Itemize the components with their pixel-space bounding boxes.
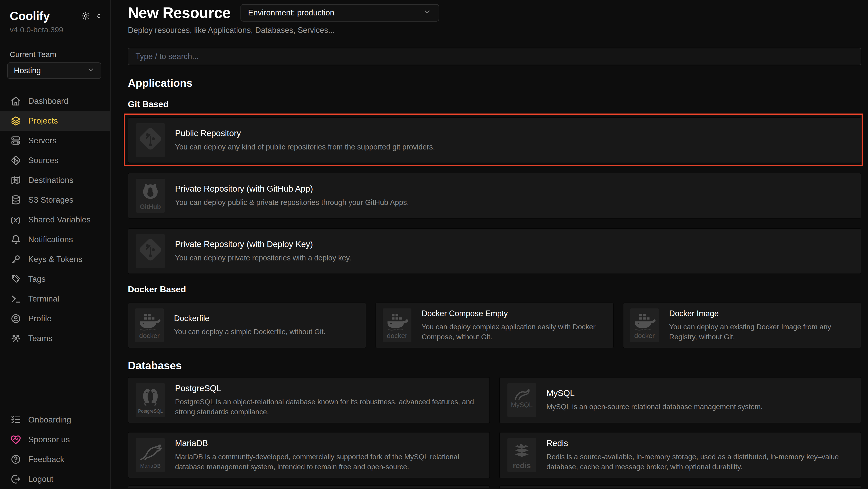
mariadb-logo: MariaDB: [136, 438, 165, 472]
sidebar-item-destinations[interactable]: Destinations: [0, 170, 110, 190]
sidebar-item-onboarding[interactable]: Onboarding: [0, 410, 110, 430]
main-content: New Resource Environment: production Dep…: [111, 0, 868, 489]
svg-text:GitHub: GitHub: [140, 203, 161, 210]
github-logo: GitHub: [136, 179, 165, 213]
card-mysql[interactable]: MySQL MySQL MySQL is an open-source rela…: [499, 377, 861, 423]
page-title: New Resource: [128, 4, 231, 22]
docker-logo: docker: [383, 309, 411, 342]
sidebar: Coolify v4.0.0-beta.399 Current Team Hos…: [0, 0, 111, 489]
sidebar-item-servers[interactable]: Servers: [0, 131, 110, 150]
search-input[interactable]: [128, 48, 861, 65]
docker-logo: docker: [630, 309, 659, 342]
heart-hands-icon: [10, 434, 21, 445]
card-title: Dockerfile: [174, 314, 326, 323]
svg-text:docker: docker: [139, 332, 160, 340]
git-icon: [136, 123, 165, 157]
logout-icon: [10, 474, 21, 485]
key-icon: [10, 254, 21, 265]
sidebar-item-sponsor-us[interactable]: Sponsor us: [0, 430, 110, 450]
app-version: v4.0.0-beta.399: [10, 25, 110, 34]
sidebar-item-logout[interactable]: Logout: [0, 469, 110, 489]
sidebar-item-shared-variables[interactable]: (x) Shared Variables: [0, 210, 110, 230]
card-description: PostgreSQL is an object-relational datab…: [175, 397, 482, 417]
git-diamond-icon: [10, 155, 21, 166]
sidebar-item-notifications[interactable]: Notifications: [0, 230, 110, 249]
card-description: MariaDB is a community-developed, commer…: [175, 452, 482, 472]
card-docker-compose-empty[interactable]: docker Docker Compose Empty You can depl…: [375, 303, 614, 348]
layers-icon: [10, 116, 21, 126]
environment-select[interactable]: Environment: production: [241, 4, 439, 22]
git-icon: [136, 234, 165, 268]
card-title: Private Repository (with Deploy Key): [175, 239, 351, 249]
card-private-repository-deploy-key[interactable]: Private Repository (with Deploy Key) You…: [128, 228, 861, 274]
card-docker-image[interactable]: docker Docker Image You can deploy an ex…: [623, 303, 861, 348]
team-select-value: Hosting: [14, 66, 41, 75]
card-title: MySQL: [547, 388, 763, 398]
svg-text:MariaDB: MariaDB: [140, 463, 161, 469]
sidebar-item-feedback[interactable]: Feedback: [0, 450, 110, 469]
variable-icon: (x): [10, 214, 21, 225]
tags-icon: [10, 274, 21, 285]
card-title: Docker Compose Empty: [422, 309, 607, 318]
sidebar-item-keys-tokens[interactable]: Keys & Tokens: [0, 249, 110, 269]
sidebar-item-s3-storages[interactable]: S3 Storages: [0, 190, 110, 210]
next-row-partial: [128, 485, 861, 488]
bell-icon: [10, 234, 21, 245]
coolify-app: Coolify v4.0.0-beta.399 Current Team Hos…: [0, 0, 868, 489]
card-description: Redis is a source-available, in-memory s…: [547, 452, 853, 472]
docker-based-heading: Docker Based: [128, 284, 861, 294]
card-title: Redis: [547, 438, 853, 448]
chevron-down-icon: [87, 66, 95, 76]
card-description: You can deploy private repositories with…: [175, 253, 351, 263]
page-subtitle: Deploy resources, like Applications, Dat…: [128, 26, 861, 35]
sidebar-item-projects[interactable]: Projects: [0, 111, 110, 131]
databases-heading: Databases: [128, 359, 861, 372]
sidebar-item-sources[interactable]: Sources: [0, 150, 110, 170]
partial-card: [499, 485, 861, 488]
card-mariadb[interactable]: MariaDB MariaDB MariaDB is a community-d…: [128, 432, 490, 478]
unfold-chevrons-icon[interactable]: [95, 12, 102, 20]
svg-text:docker: docker: [634, 332, 655, 340]
postgresql-logo: PostgreSQL: [136, 383, 165, 417]
theme-sun-icon[interactable]: [81, 11, 90, 20]
sidebar-nav: Dashboard Projects Servers Sources Desti…: [0, 91, 110, 348]
card-title: Public Repository: [175, 128, 435, 138]
redis-logo: redis: [507, 438, 536, 472]
app-logo: Coolify: [10, 9, 50, 23]
card-redis[interactable]: redis Redis Redis is a source-available,…: [499, 432, 861, 478]
card-title: PostgreSQL: [175, 383, 482, 393]
current-team-label: Current Team: [10, 50, 110, 59]
user-circle-icon: [10, 313, 21, 324]
terminal-icon: [10, 293, 21, 304]
card-public-repository[interactable]: Public Repository You can deploy any kin…: [128, 117, 861, 163]
sidebar-item-profile[interactable]: Profile: [0, 309, 110, 328]
sidebar-footer-nav: Onboarding Sponsor us Feedback Logout: [0, 410, 110, 489]
checklist-icon: [10, 414, 21, 425]
environment-select-value: Environment: production: [248, 8, 334, 18]
mysql-logo: MySQL: [507, 383, 536, 417]
svg-text:MySQL: MySQL: [511, 401, 533, 408]
map-icon: [10, 175, 21, 186]
sidebar-item-teams[interactable]: Teams: [0, 328, 110, 348]
card-description: You can deploy an existing Docker Image …: [669, 322, 854, 342]
svg-text:docker: docker: [387, 332, 407, 340]
team-select[interactable]: Hosting: [7, 62, 101, 79]
sidebar-item-terminal[interactable]: Terminal: [0, 289, 110, 309]
sidebar-item-dashboard[interactable]: Dashboard: [0, 91, 110, 111]
card-title: Private Repository (with GitHub App): [175, 184, 409, 194]
home-icon: [10, 96, 21, 107]
card-description: You can deploy a simple Dockerfile, with…: [174, 327, 326, 337]
sidebar-item-tags[interactable]: Tags: [0, 269, 110, 289]
card-title: MariaDB: [175, 438, 482, 448]
docker-logo: docker: [135, 309, 164, 342]
card-description: You can deploy public & private reposito…: [175, 197, 409, 208]
card-postgresql[interactable]: PostgreSQL PostgreSQL PostgreSQL is an o…: [128, 377, 490, 423]
card-dockerfile[interactable]: docker Dockerfile You can deploy a simpl…: [128, 303, 366, 348]
svg-text:redis: redis: [513, 461, 531, 470]
card-private-repository-github-app[interactable]: GitHub Private Repository (with GitHub A…: [128, 173, 861, 219]
card-description: You can deploy any kind of public reposi…: [175, 142, 435, 152]
applications-heading: Applications: [128, 77, 861, 89]
svg-text:PostgreSQL: PostgreSQL: [138, 409, 163, 414]
card-title: Docker Image: [669, 309, 854, 318]
users-icon: [10, 333, 21, 344]
